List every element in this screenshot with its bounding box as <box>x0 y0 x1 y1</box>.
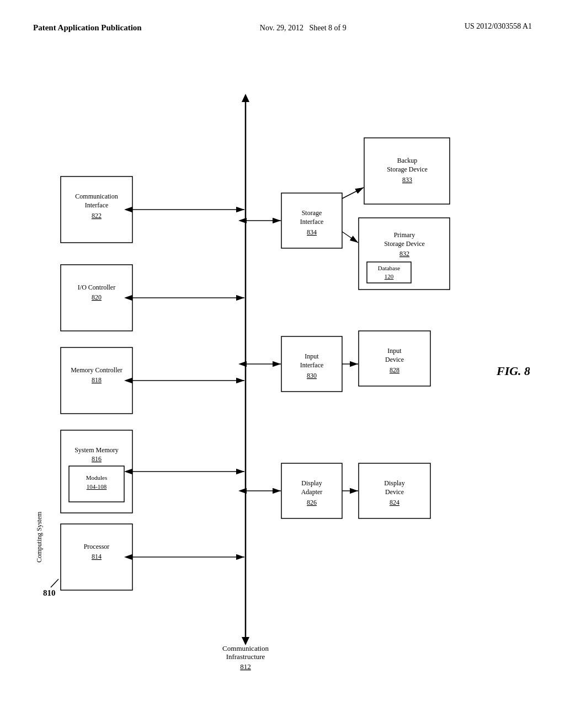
sheet-info: Sheet 8 of 9 <box>310 24 347 32</box>
svg-text:Modules: Modules <box>86 474 108 481</box>
svg-text:814: 814 <box>92 553 102 560</box>
svg-text:816: 816 <box>92 455 102 463</box>
svg-text:Infrastructure: Infrastructure <box>226 652 265 661</box>
svg-text:828: 828 <box>390 366 399 374</box>
svg-text:832: 832 <box>399 250 409 258</box>
svg-text:Device: Device <box>385 488 404 496</box>
svg-text:Device: Device <box>385 356 404 363</box>
patent-diagram: Communication Infrastructure 812 Process… <box>33 66 530 673</box>
svg-line-67 <box>342 232 358 243</box>
svg-text:Display: Display <box>301 479 322 487</box>
svg-text:Interface: Interface <box>85 201 109 209</box>
patent-number: US 2012/0303558 A1 <box>465 22 532 30</box>
svg-text:Input: Input <box>305 352 319 360</box>
svg-text:104-108: 104-108 <box>87 483 107 490</box>
svg-text:Adapter: Adapter <box>301 488 323 496</box>
svg-text:Storage: Storage <box>302 209 322 217</box>
svg-marker-8 <box>242 94 249 102</box>
svg-text:Communication: Communication <box>75 192 118 200</box>
svg-text:Interface: Interface <box>300 218 324 226</box>
svg-text:I/O Controller: I/O Controller <box>78 283 115 291</box>
svg-text:Primary: Primary <box>394 231 415 239</box>
svg-rect-13 <box>61 430 132 513</box>
header-center: Nov. 29, 2012 Sheet 8 of 9 <box>260 22 347 34</box>
svg-line-74 <box>51 579 58 587</box>
svg-text:Display: Display <box>384 479 404 487</box>
pub-date: Nov. 29, 2012 <box>260 24 303 32</box>
svg-text:Backup: Backup <box>397 157 418 164</box>
svg-text:812: 812 <box>240 662 251 671</box>
svg-text:Processor: Processor <box>84 543 110 550</box>
svg-text:120: 120 <box>385 273 394 280</box>
svg-text:Storage Device: Storage Device <box>387 165 428 173</box>
svg-text:834: 834 <box>307 228 317 236</box>
svg-text:810: 810 <box>43 588 56 597</box>
svg-text:Input: Input <box>387 347 402 355</box>
svg-text:Interface: Interface <box>300 361 324 369</box>
svg-rect-25 <box>61 176 132 243</box>
page: Patent Application Publication Nov. 29, … <box>0 0 565 728</box>
svg-text:Communication: Communication <box>222 644 269 652</box>
svg-text:Database: Database <box>378 265 400 271</box>
svg-text:824: 824 <box>390 499 399 506</box>
svg-text:Computing System: Computing System <box>35 511 43 563</box>
svg-text:Storage Device: Storage Device <box>384 240 425 248</box>
publication-title: Patent Application Publication <box>33 23 142 32</box>
svg-text:822: 822 <box>92 212 102 220</box>
header-left: Patent Application Publication <box>33 22 142 34</box>
svg-text:FIG. 8: FIG. 8 <box>496 364 530 378</box>
svg-text:820: 820 <box>92 293 102 301</box>
svg-text:System Memory: System Memory <box>74 446 119 454</box>
svg-text:830: 830 <box>307 372 317 379</box>
svg-text:Memory Controller: Memory Controller <box>71 366 122 374</box>
svg-text:833: 833 <box>402 176 412 184</box>
header: Patent Application Publication Nov. 29, … <box>0 0 565 45</box>
svg-line-66 <box>342 188 364 199</box>
svg-text:818: 818 <box>92 376 102 384</box>
svg-text:826: 826 <box>307 499 317 506</box>
header-right: US 2012/0303558 A1 <box>465 22 532 31</box>
